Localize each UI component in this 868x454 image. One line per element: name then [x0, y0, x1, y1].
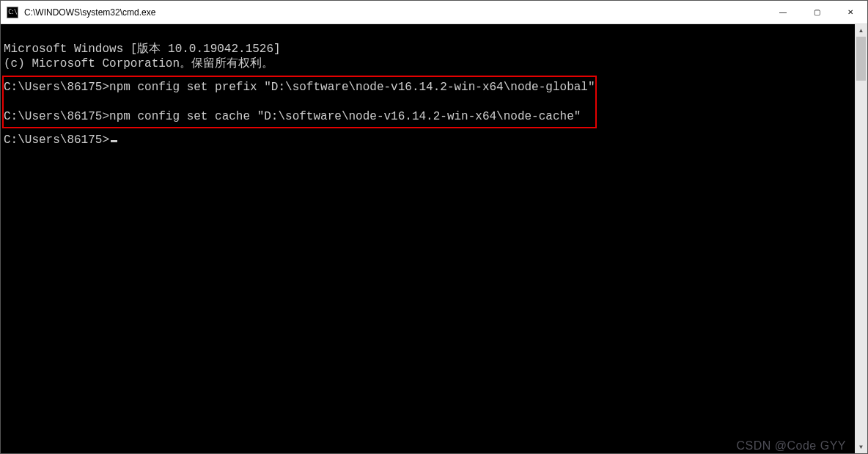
version-line: Microsoft Windows [版本 10.0.19042.1526] — [4, 43, 281, 56]
scrollbar-thumb[interactable] — [856, 37, 866, 81]
command-line-2: C:\Users\86175>npm config set cache "D:\… — [4, 110, 581, 123]
titlebar[interactable]: C:\ C:\WINDOWS\system32\cmd.exe — ▢ ✕ — [1, 1, 867, 24]
minimize-button[interactable]: — — [766, 1, 800, 24]
vertical-scrollbar[interactable]: ▲ ▼ — [855, 24, 867, 453]
copyright-line: (c) Microsoft Corporation。保留所有权利。 — [4, 57, 273, 70]
chevron-down-icon: ▼ — [858, 444, 864, 450]
scroll-up-button[interactable]: ▲ — [855, 24, 867, 37]
chevron-up-icon: ▲ — [858, 27, 864, 34]
maximize-icon: ▢ — [814, 8, 820, 16]
cmd-icon: C:\ — [7, 7, 18, 18]
close-button[interactable]: ✕ — [834, 1, 867, 24]
highlighted-commands: C:\Users\86175>npm config set prefix "D:… — [2, 76, 597, 128]
text-cursor — [111, 140, 117, 142]
command-line-1: C:\Users\86175>npm config set prefix "D:… — [4, 81, 595, 94]
minimize-icon: — — [779, 8, 787, 16]
close-icon: ✕ — [847, 8, 853, 16]
watermark-text: CSDN @Code GYY — [736, 440, 846, 452]
terminal-output[interactable]: Microsoft Windows [版本 10.0.19042.1526] (… — [1, 24, 855, 453]
current-prompt: C:\Users\86175> — [4, 133, 109, 147]
client-area: Microsoft Windows [版本 10.0.19042.1526] (… — [1, 24, 867, 453]
cmd-window: C:\ C:\WINDOWS\system32\cmd.exe — ▢ ✕ Mi… — [0, 0, 868, 454]
cmd-icon-glyph: C:\ — [8, 10, 16, 15]
window-title: C:\WINDOWS\system32\cmd.exe — [24, 7, 155, 18]
scrollbar-track[interactable] — [855, 37, 867, 441]
maximize-button[interactable]: ▢ — [800, 1, 834, 24]
scroll-down-button[interactable]: ▼ — [855, 441, 867, 453]
